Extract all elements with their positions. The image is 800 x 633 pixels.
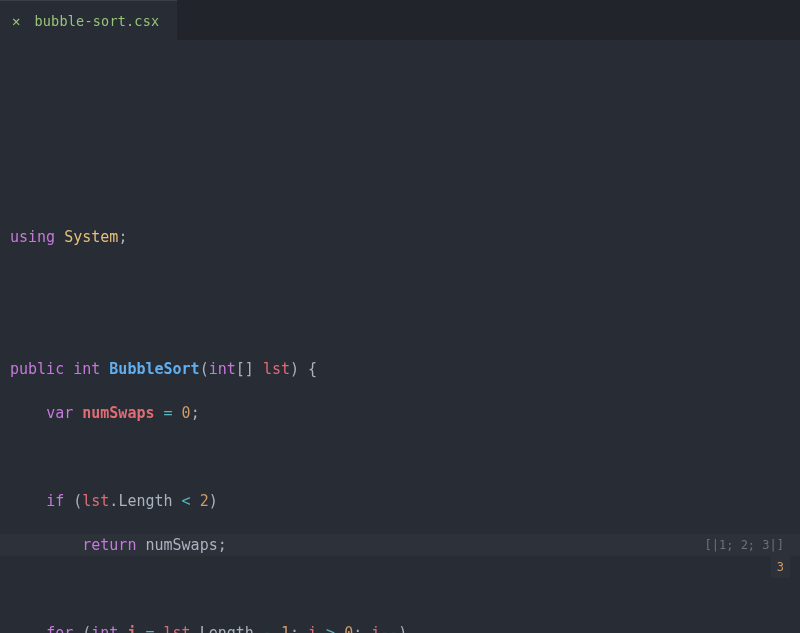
tab-bubble-sort[interactable]: ✕ bubble-sort.csx — [0, 0, 177, 40]
tab-bar: ✕ bubble-sort.csx — [0, 0, 800, 40]
inline-result-array: [|1; 2; 3|] — [699, 534, 790, 556]
close-icon[interactable]: ✕ — [12, 13, 20, 29]
code-editor[interactable]: [|1; 2; 3|] 3 using System; public int B… — [0, 40, 800, 633]
inline-result-swaps: 3 — [771, 556, 790, 578]
code-block: using System; public int BubbleSort(int[… — [10, 204, 790, 633]
tab-title: bubble-sort.csx — [34, 13, 159, 29]
